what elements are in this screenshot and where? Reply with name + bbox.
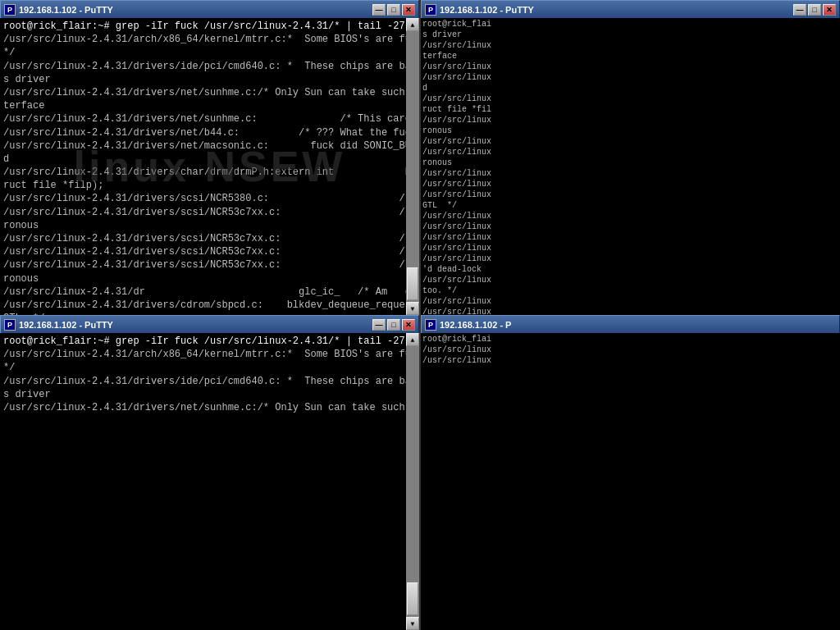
bottom-left-terminal-content[interactable]: root@rick_flair:~# grep -iIr fuck /usr/s… <box>0 333 419 416</box>
putty-icon: P <box>4 4 16 16</box>
maximize-button-bl[interactable]: □ <box>387 319 400 331</box>
bottom-left-terminal-body: root@rick_flair:~# grep -iIr fuck /usr/s… <box>0 333 419 630</box>
top-right-window: P 192.168.1.102 - PuTTY — □ ✕ root@rick_… <box>421 0 840 315</box>
bottom-left-window: P 192.168.1.102 - PuTTY — □ ✕ root@rick_… <box>0 315 421 630</box>
top-left-scrollbar[interactable]: ▲ ▼ <box>406 18 419 315</box>
bottom-right-terminal-content[interactable]: root@rick_flai /usr/src/linux /usr/src/l… <box>421 333 493 630</box>
scroll-up-btn-bl[interactable]: ▲ <box>406 333 419 346</box>
close-button-r[interactable]: ✕ <box>823 4 836 16</box>
top-right-terminal-content[interactable]: root@rick_flai s driver /usr/src/linux t… <box>421 18 493 315</box>
top-right-terminal-body: root@rick_flai s driver /usr/src/linux t… <box>421 18 840 315</box>
putty-icon-bl: P <box>4 319 16 331</box>
maximize-button-r[interactable]: □ <box>808 4 821 16</box>
bottom-left-title: 192.168.1.102 - PuTTY <box>19 320 113 330</box>
scroll-thumb-bl[interactable] <box>407 582 418 615</box>
scroll-down-btn[interactable]: ▼ <box>406 302 419 315</box>
scroll-up-btn[interactable]: ▲ <box>406 18 419 31</box>
scroll-track-bl[interactable] <box>406 346 419 617</box>
bottom-left-scrollbar[interactable]: ▲ ▼ <box>406 333 419 630</box>
top-right-window-buttons: — □ ✕ <box>793 4 836 16</box>
top-left-terminal-text: linux NSEW root@rick_flair:~# grep -iIr … <box>0 18 419 315</box>
top-left-terminal-content[interactable]: root@rick_flair:~# grep -iIr fuck /usr/s… <box>0 18 419 315</box>
putty-icon-br: P <box>425 319 436 331</box>
minimize-button[interactable]: — <box>372 4 386 16</box>
bottom-left-window-buttons: — □ ✕ <box>372 319 415 331</box>
minimize-button-r[interactable]: — <box>793 4 806 16</box>
bottom-right-title: 192.168.1.102 - P <box>440 320 511 330</box>
bottom-left-title-bar[interactable]: P 192.168.1.102 - PuTTY — □ ✕ <box>0 315 419 333</box>
top-left-title: 192.168.1.102 - PuTTY <box>19 5 113 15</box>
top-right-title-bar[interactable]: P 192.168.1.102 - PuTTY — □ ✕ <box>421 0 840 18</box>
putty-icon-right: P <box>425 4 436 16</box>
bottom-left-terminal-text: root@rick_flair:~# grep -iIr fuck /usr/s… <box>0 333 419 630</box>
main-container: P 192.168.1.102 - PuTTY — □ ✕ linux NSEW… <box>0 0 840 630</box>
top-left-title-bar[interactable]: P 192.168.1.102 - PuTTY — □ ✕ <box>0 0 419 18</box>
scroll-track[interactable] <box>406 31 419 302</box>
minimize-button-bl[interactable]: — <box>372 319 386 331</box>
top-left-terminal-body: linux NSEW root@rick_flair:~# grep -iIr … <box>0 18 419 315</box>
bottom-right-terminal-body: root@rick_flai /usr/src/linux /usr/src/l… <box>421 333 840 630</box>
top-row: P 192.168.1.102 - PuTTY — □ ✕ linux NSEW… <box>0 0 840 315</box>
bottom-right-title-bar[interactable]: P 192.168.1.102 - P <box>421 315 840 333</box>
close-button[interactable]: ✕ <box>402 4 415 16</box>
close-button-bl[interactable]: ✕ <box>402 319 415 331</box>
top-right-title: 192.168.1.102 - PuTTY <box>440 5 534 15</box>
scroll-down-btn-bl[interactable]: ▼ <box>406 617 419 630</box>
top-left-window-buttons: — □ ✕ <box>372 4 415 16</box>
bottom-row: P 192.168.1.102 - PuTTY — □ ✕ root@rick_… <box>0 315 840 630</box>
top-left-window: P 192.168.1.102 - PuTTY — □ ✕ linux NSEW… <box>0 0 421 315</box>
maximize-button[interactable]: □ <box>387 4 400 16</box>
bottom-right-window: P 192.168.1.102 - P root@rick_flai /usr/… <box>421 315 840 630</box>
scroll-thumb[interactable] <box>407 267 418 300</box>
